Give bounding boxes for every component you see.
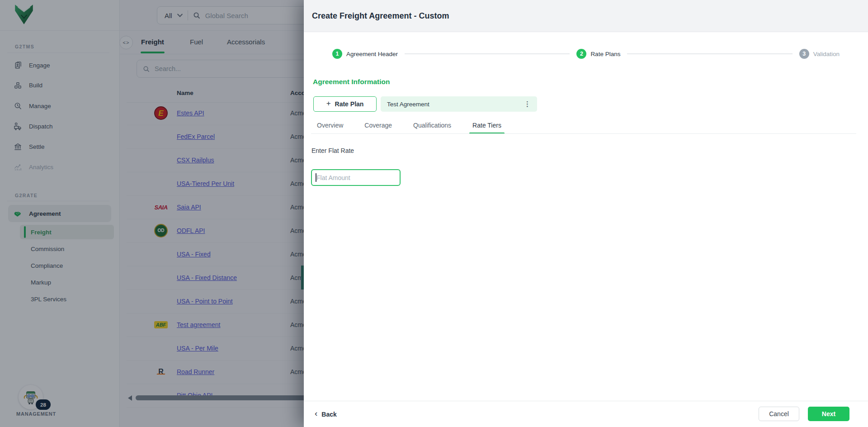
tab-label: Overview <box>317 122 343 129</box>
flat-rate-label: Enter Flat Rate <box>311 147 354 154</box>
step-agreement-header[interactable]: 1 Agreement Header <box>332 49 398 59</box>
rate-plan-row: + Rate Plan Test Agreement ⋮ <box>313 96 537 112</box>
flat-amount-input[interactable] <box>311 169 401 186</box>
rate-plan-name: Test Agreement <box>387 101 429 108</box>
kebab-menu-icon[interactable]: ⋮ <box>524 100 531 108</box>
rate-plan-tabs: Overview Coverage Qualifications Rate Ti… <box>317 117 501 133</box>
back-label: Back <box>321 411 336 418</box>
plus-icon: + <box>326 99 331 108</box>
tab-overview[interactable]: Overview <box>317 117 343 133</box>
selected-rate-plan-chip[interactable]: Test Agreement ⋮ <box>381 96 537 112</box>
step-rate-plans[interactable]: 2 Rate Plans <box>576 49 620 59</box>
modal-title: Create Freight Agreement - Custom <box>312 0 449 32</box>
divider <box>311 133 856 134</box>
step-number: 2 <box>576 49 586 59</box>
modal-header: Create Freight Agreement - Custom <box>304 0 868 32</box>
flat-amount-field-wrap <box>311 169 401 186</box>
tab-coverage[interactable]: Coverage <box>364 117 392 133</box>
section-title: Agreement Information <box>313 78 390 86</box>
step-number: 3 <box>799 49 809 59</box>
step-label: Validation <box>813 51 840 57</box>
tab-qualifications[interactable]: Qualifications <box>413 117 451 133</box>
tab-label: Qualifications <box>413 122 451 129</box>
step-label: Rate Plans <box>590 51 620 57</box>
tab-label: Rate Tiers <box>472 122 501 129</box>
chevron-left-icon: ‹ <box>315 408 317 418</box>
cancel-button[interactable]: Cancel <box>759 407 799 421</box>
step-number: 1 <box>332 49 342 59</box>
step-connector <box>627 53 792 54</box>
tab-label: Coverage <box>364 122 392 129</box>
create-freight-agreement-modal: Create Freight Agreement - Custom 1 Agre… <box>304 0 868 427</box>
modal-footer: ‹ Back Cancel Next <box>304 401 868 427</box>
wizard-stepper: 1 Agreement Header 2 Rate Plans 3 Valida… <box>332 44 840 64</box>
app: G2TMS Engage Build Manage Dispatch Settl… <box>0 0 868 427</box>
rate-plan-button-label: Rate Plan <box>335 100 364 108</box>
step-connector <box>405 53 570 54</box>
tab-rate-tiers[interactable]: Rate Tiers <box>472 117 501 133</box>
step-label: Agreement Header <box>346 51 398 57</box>
step-validation[interactable]: 3 Validation <box>799 49 840 59</box>
add-rate-plan-button[interactable]: + Rate Plan <box>313 96 377 112</box>
next-button[interactable]: Next <box>808 407 849 421</box>
back-button[interactable]: ‹ Back <box>315 401 337 427</box>
text-caret <box>316 173 316 182</box>
